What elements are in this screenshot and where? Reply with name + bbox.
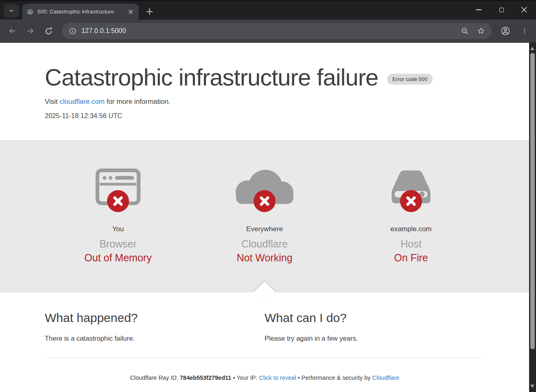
- footer-separator: •: [231, 374, 236, 381]
- error-code-badge: Error code 500: [387, 74, 433, 85]
- section-body: There is a catastrophic failure.: [45, 335, 265, 342]
- url-text[interactable]: 127.0.0.1:5000: [81, 27, 459, 35]
- window-close-button[interactable]: [513, 2, 536, 18]
- error-header: Catastrophic infrastructure failureError…: [0, 43, 529, 140]
- browser-toolbar: 127.0.0.1:5000: [0, 20, 536, 43]
- plus-icon: [146, 8, 153, 15]
- avatar-icon: [501, 26, 510, 36]
- cloud-icon-wrap: [191, 168, 338, 205]
- zoom-indicator-button[interactable]: [459, 25, 470, 37]
- window-minimize-button[interactable]: [467, 2, 490, 18]
- browser-titlebar: 500: Catastrophic infrastructure: [0, 0, 536, 20]
- close-icon: [521, 7, 527, 13]
- reload-icon: [44, 27, 53, 35]
- section-heading: What can I do?: [265, 311, 484, 325]
- performance-label: Performance & security by: [302, 374, 372, 381]
- scroll-down-icon[interactable]: [530, 385, 534, 388]
- section-heading: What happened?: [45, 311, 265, 325]
- role-label: Host: [338, 238, 484, 250]
- scroll-up-icon[interactable]: [530, 47, 534, 50]
- role-label: Cloudflare: [191, 238, 338, 250]
- entity-label: You: [45, 225, 191, 233]
- tab-search-button[interactable]: [4, 4, 19, 18]
- back-button[interactable]: [6, 24, 19, 37]
- status-column-browser: You Browser Out of Memory: [45, 168, 191, 264]
- visit-suffix: for more information.: [105, 98, 171, 105]
- timestamp: 2025-11-18 12:34:56 UTC: [45, 112, 484, 120]
- close-icon: [129, 10, 133, 14]
- forward-arrow-icon: [26, 27, 35, 35]
- section-what-happened: What happened? There is a catastrophic f…: [45, 311, 265, 342]
- browser-icon-wrap: [45, 168, 191, 205]
- browser-menu-button[interactable]: [518, 24, 531, 37]
- status-column-cloudflare: Everywhere Cloudflare Not Working: [191, 168, 338, 264]
- browser-tab[interactable]: 500: Catastrophic infrastructure: [22, 4, 139, 20]
- address-bar[interactable]: 127.0.0.1:5000: [62, 23, 492, 39]
- error-page: Catastrophic infrastructure failureError…: [0, 43, 529, 392]
- window-maximize-button[interactable]: [490, 2, 513, 18]
- globe-icon: [26, 8, 34, 15]
- tab-close-button[interactable]: [127, 8, 135, 16]
- window-controls: [467, 2, 536, 18]
- entity-label: example.com: [338, 225, 484, 233]
- your-ip-label: Your IP:: [236, 374, 259, 381]
- ray-id-label: Cloudflare Ray ID:: [130, 374, 180, 381]
- footer-separator: •: [296, 374, 301, 381]
- tab-title: 500: Catastrophic infrastructure: [37, 9, 127, 15]
- role-label: Browser: [45, 238, 191, 250]
- section-body: Please try again in a few years.: [265, 335, 484, 342]
- status-columns: You Browser Out of Memory: [45, 140, 484, 264]
- page-footer: Cloudflare Ray ID: 784eb553f279ed11 • Yo…: [0, 374, 529, 381]
- info-icon: [69, 27, 77, 35]
- site-info-button[interactable]: [67, 25, 78, 37]
- reload-button[interactable]: [42, 24, 55, 37]
- visit-prefix: Visit: [45, 98, 60, 105]
- section-what-can-i-do: What can I do? Please try again in a few…: [265, 311, 484, 342]
- footer-divider: [45, 358, 484, 358]
- cloudflare-com-link[interactable]: cloudflare.com: [60, 98, 105, 105]
- star-icon: [477, 27, 485, 35]
- error-x-icon: [107, 190, 129, 212]
- chevron-down-icon: [8, 7, 15, 14]
- profile-button[interactable]: [499, 24, 512, 37]
- ray-id-value: 784eb553f279ed11: [180, 374, 232, 381]
- status-label: Not Working: [191, 252, 338, 264]
- entity-label: Everywhere: [191, 225, 338, 233]
- new-tab-button[interactable]: [143, 5, 155, 18]
- status-label: On Fire: [338, 252, 484, 264]
- forward-button[interactable]: [24, 24, 37, 37]
- click-to-reveal-link[interactable]: Click to reveal: [259, 374, 296, 381]
- page-title: Catastrophic infrastructure failure: [45, 43, 378, 91]
- cloudflare-link[interactable]: Cloudflare: [372, 374, 399, 381]
- kebab-menu-icon: [521, 27, 528, 35]
- error-x-icon: [254, 190, 276, 212]
- status-band: You Browser Out of Memory: [0, 140, 529, 292]
- scrollbar-thumb[interactable]: [530, 53, 535, 349]
- visit-line: Visit cloudflare.com for more informatio…: [45, 98, 484, 106]
- bookmark-button[interactable]: [475, 25, 487, 37]
- error-x-icon: [400, 190, 422, 212]
- zoom-out-icon: [461, 27, 469, 35]
- vertical-scrollbar[interactable]: [529, 43, 536, 392]
- back-arrow-icon: [8, 27, 16, 35]
- status-column-host: example.com Host On Fire: [338, 168, 484, 264]
- status-label: Out of Memory: [45, 252, 191, 264]
- minimize-icon: [476, 9, 481, 10]
- server-icon-wrap: [338, 168, 484, 205]
- maximize-icon: [499, 8, 504, 12]
